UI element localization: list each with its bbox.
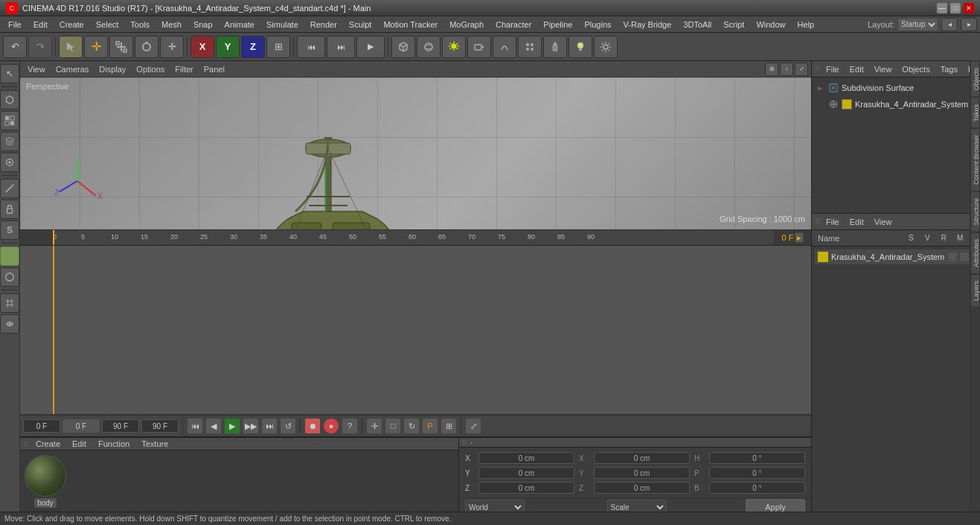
tl-play-btn[interactable]: ▶ bbox=[224, 418, 240, 434]
vp-menu-filter[interactable]: Filter bbox=[170, 63, 197, 75]
left-btn-arrow[interactable]: ↖ bbox=[0, 64, 19, 83]
menu-snap[interactable]: Snap bbox=[188, 19, 218, 31]
obj-list-row-krasukha[interactable]: Krasukha_4_Antiradar_System · · · · · · … bbox=[815, 249, 980, 264]
y-axis-btn[interactable]: Y bbox=[216, 36, 240, 58]
tab-layers[interactable]: Layers bbox=[970, 274, 980, 308]
tl-stop-btn[interactable]: ● bbox=[323, 418, 339, 434]
vp-menu-display[interactable]: Display bbox=[95, 63, 130, 75]
sphere-btn[interactable] bbox=[417, 36, 441, 58]
rotate-tool-btn[interactable] bbox=[135, 36, 158, 58]
left-btn-line[interactable] bbox=[0, 179, 19, 198]
attr-z-size[interactable] bbox=[594, 482, 690, 494]
layout-right-btn[interactable]: ▸ bbox=[961, 18, 977, 31]
tab-attributes[interactable]: Attributes bbox=[970, 232, 980, 274]
z-axis-btn[interactable]: Z bbox=[241, 36, 265, 58]
hair-btn[interactable] bbox=[543, 36, 567, 58]
mat-menu-edit[interactable]: Edit bbox=[68, 438, 91, 450]
tl-anim-btn[interactable]: P bbox=[422, 418, 438, 434]
layout-left-btn[interactable]: ◂ bbox=[941, 18, 958, 31]
menu-help[interactable]: Help bbox=[792, 19, 820, 31]
menu-vray[interactable]: V-Ray Bridge bbox=[618, 19, 677, 31]
mat-menu-function[interactable]: Function bbox=[94, 438, 134, 450]
timeline-content[interactable] bbox=[20, 246, 811, 415]
frame-end-input[interactable] bbox=[102, 419, 139, 433]
obj-menu-objects[interactable]: Objects bbox=[897, 63, 934, 75]
attr-y-rot[interactable] bbox=[709, 467, 805, 479]
vp-menu-options[interactable]: Options bbox=[132, 63, 169, 75]
x-axis-btn[interactable]: X bbox=[190, 36, 214, 58]
vp-corner-2[interactable]: ↕ bbox=[780, 63, 793, 76]
bend-btn[interactable] bbox=[493, 36, 516, 58]
menu-mograph[interactable]: MoGraph bbox=[444, 19, 489, 31]
menu-animate[interactable]: Animate bbox=[220, 19, 260, 31]
array-btn[interactable] bbox=[518, 36, 542, 58]
tl-move-btn[interactable]: ✛ bbox=[366, 418, 382, 434]
attr-y-size[interactable] bbox=[594, 467, 690, 479]
left-btn-cube[interactable] bbox=[0, 90, 19, 109]
tl-rotate-btn[interactable]: ↻ bbox=[403, 418, 420, 434]
left-btn-layers[interactable] bbox=[0, 132, 19, 151]
play-btn[interactable]: ▶ bbox=[356, 36, 385, 58]
obj-menu-file[interactable]: File bbox=[822, 63, 844, 75]
cube-btn[interactable] bbox=[391, 36, 415, 58]
menu-simulate[interactable]: Simulate bbox=[261, 19, 304, 31]
tl-help-btn[interactable]: ? bbox=[342, 418, 358, 434]
left-btn-grid[interactable] bbox=[0, 293, 19, 313]
obj-btm-menu-edit[interactable]: Edit bbox=[845, 216, 868, 228]
menu-edit[interactable]: Edit bbox=[28, 19, 53, 31]
vp-menu-view[interactable]: View bbox=[23, 63, 50, 75]
close-button[interactable]: ✕ bbox=[964, 3, 974, 13]
attr-z-rot[interactable] bbox=[709, 482, 805, 494]
menu-plugins[interactable]: Plugins bbox=[579, 19, 616, 31]
camera-btn[interactable] bbox=[467, 36, 491, 58]
minimize-button[interactable]: — bbox=[937, 3, 947, 13]
tl-select-btn[interactable]: □ bbox=[385, 418, 401, 434]
left-btn-checker[interactable] bbox=[0, 111, 19, 130]
obj-btm-menu-view[interactable]: View bbox=[870, 216, 897, 228]
tl-loop-btn[interactable]: ↺ bbox=[280, 418, 296, 434]
record-btn[interactable]: ⏮ bbox=[297, 36, 325, 58]
attr-x-pos[interactable] bbox=[478, 452, 574, 464]
tl-grid2-btn[interactable]: ⊞ bbox=[441, 418, 457, 434]
left-btn-circle[interactable] bbox=[0, 267, 19, 287]
obj-menu-view[interactable]: View bbox=[870, 63, 897, 75]
menu-create[interactable]: Create bbox=[54, 19, 89, 31]
tl-end-btn[interactable]: ⏭ bbox=[261, 418, 278, 434]
tl-step-back-btn[interactable]: ◀ bbox=[205, 418, 222, 434]
fb-btn[interactable]: ⏭ bbox=[327, 36, 355, 58]
mini-icon-2[interactable]: · bbox=[959, 252, 970, 262]
menu-tools[interactable]: Tools bbox=[125, 19, 155, 31]
menu-pipeline[interactable]: Pipeline bbox=[538, 19, 577, 31]
tl-step-fwd-btn[interactable]: ▶▶ bbox=[243, 418, 259, 434]
left-btn-render[interactable] bbox=[0, 153, 19, 172]
obj-menu-tags[interactable]: Tags bbox=[936, 63, 962, 75]
attr-x-rot[interactable] bbox=[709, 452, 805, 464]
maximize-button[interactable]: □ bbox=[950, 3, 961, 13]
move-tool-btn[interactable]: ✛ bbox=[84, 36, 108, 58]
attr-z-pos[interactable] bbox=[478, 482, 574, 494]
left-btn-s[interactable]: S bbox=[0, 220, 19, 240]
tl-expand-btn[interactable]: ⤢ bbox=[465, 418, 481, 434]
frame-start-input[interactable] bbox=[23, 419, 60, 433]
tab-objects[interactable]: Objects bbox=[970, 61, 980, 98]
vp-corner-3[interactable]: ⤢ bbox=[795, 63, 808, 76]
layout-select[interactable]: Startup bbox=[897, 18, 938, 31]
obj-row-subdivision[interactable]: ▶ Subdivision Surface □ ✓ bbox=[815, 80, 980, 95]
settings-btn[interactable] bbox=[594, 36, 618, 58]
light-btn[interactable] bbox=[442, 36, 466, 58]
mini-icon-1[interactable]: · bbox=[947, 252, 958, 262]
menu-sculpt[interactable]: Sculpt bbox=[344, 19, 377, 31]
tl-record-btn[interactable]: ⏺ bbox=[304, 418, 321, 434]
left-btn-lock[interactable] bbox=[0, 200, 19, 219]
obj-row-krasukha[interactable]: Krasukha_4_Antiradar_System ✓ bbox=[815, 97, 980, 112]
vp-menu-cameras[interactable]: Cameras bbox=[51, 63, 94, 75]
tab-takes[interactable]: Takes bbox=[970, 98, 980, 129]
obj-btm-menu-file[interactable]: File bbox=[822, 216, 844, 228]
mat-menu-create[interactable]: Create bbox=[31, 438, 65, 450]
vp-menu-panel[interactable]: Panel bbox=[199, 63, 229, 75]
menu-script[interactable]: Script bbox=[718, 19, 749, 31]
tab-structure[interactable]: Structure bbox=[970, 191, 980, 232]
left-btn-motion[interactable] bbox=[0, 314, 19, 334]
obj-menu-edit[interactable]: Edit bbox=[845, 63, 868, 75]
translate-tool-btn[interactable]: ✛ bbox=[160, 36, 184, 58]
